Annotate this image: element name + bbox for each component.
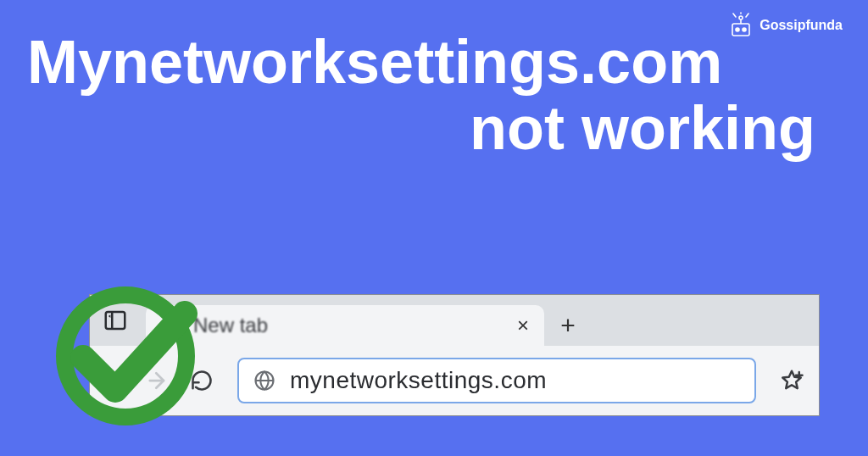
tab-title: New tab (193, 314, 505, 337)
globe-icon (253, 369, 276, 392)
browser-tab[interactable]: New tab × (146, 305, 544, 346)
page-title: Mynetworksettings.com not working (27, 31, 841, 162)
close-icon[interactable]: × (517, 314, 529, 337)
svg-point-3 (739, 16, 743, 19)
address-bar[interactable]: mynetworksettings.com (237, 358, 756, 403)
url-text: mynetworksettings.com (290, 367, 547, 394)
new-tab-button[interactable]: + (549, 305, 587, 346)
title-line-2: not working (27, 95, 815, 162)
favorite-star-icon[interactable] (776, 365, 807, 396)
title-line-1: Mynetworksettings.com (27, 31, 841, 95)
checkmark-icon (49, 280, 202, 432)
